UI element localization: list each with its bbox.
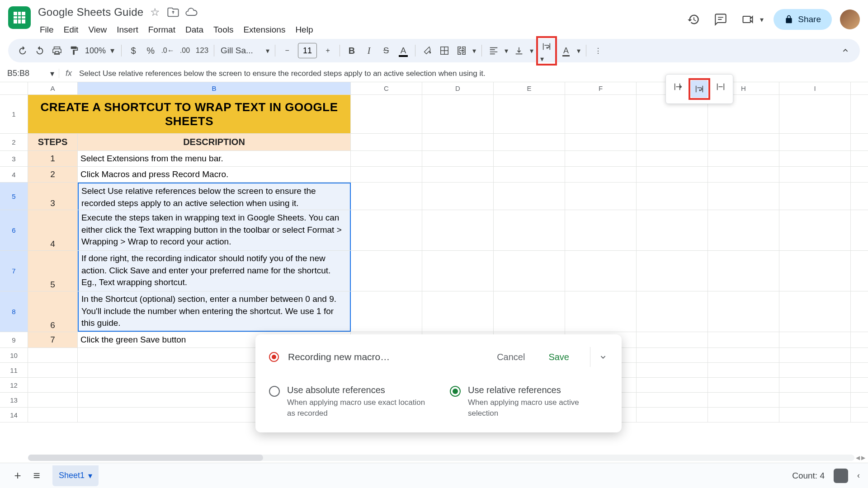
move-icon[interactable] [167,6,179,19]
text-wrap-button[interactable] [538,38,555,55]
cell[interactable] [422,95,494,133]
cell[interactable] [351,210,422,250]
cell[interactable] [565,291,637,332]
cell[interactable] [779,151,851,166]
selection-count[interactable]: Count: 4 [792,471,825,481]
cell[interactable] [637,167,708,182]
cell[interactable]: If done right, the recording indicator s… [78,251,351,291]
cell[interactable] [637,408,708,422]
all-sheets-button[interactable]: ≡ [27,466,46,485]
cell[interactable] [494,167,565,182]
row-header[interactable]: 6 [0,210,28,250]
cell[interactable] [28,408,78,422]
row-header[interactable]: 8 [0,291,28,332]
cell[interactable] [494,151,565,166]
cell[interactable] [708,151,779,166]
share-button[interactable]: Share [774,9,832,30]
cell[interactable] [351,151,422,166]
menu-format[interactable]: Format [144,22,180,38]
row-header[interactable]: 4 [0,167,28,182]
cloud-icon[interactable] [185,6,198,19]
cell[interactable] [422,167,494,182]
more-formats-button[interactable]: 123 [194,42,210,59]
cell[interactable]: Click Macros and press Record Macro. [78,167,351,182]
menu-insert[interactable]: Insert [112,22,143,38]
collapse-toolbar-button[interactable] [837,42,854,59]
scroll-arrows[interactable]: ◀ ▶ [856,455,865,461]
row-header[interactable]: 5 [0,183,28,210]
cell[interactable] [708,363,779,377]
cell[interactable] [779,363,851,377]
zoom-select[interactable]: 100%▾ [83,46,118,56]
cell[interactable]: DESCRIPTION [78,134,351,150]
cell[interactable] [351,134,422,150]
rotation-dropdown-icon[interactable]: ▾ [575,47,582,55]
cell[interactable] [28,348,78,362]
formula-input[interactable]: Select Use relative references below the… [78,69,868,78]
meet-dropdown-icon[interactable]: ▾ [758,15,765,24]
cell[interactable] [708,348,779,362]
cell[interactable] [779,393,851,407]
scrollbar-thumb[interactable] [28,455,263,461]
cell[interactable] [779,251,851,291]
cell[interactable]: CREATE A SHORTCUT TO WRAP TEXT IN GOOGLE… [28,95,351,133]
cell[interactable] [708,183,779,210]
print-button[interactable] [49,42,65,59]
cell[interactable]: STEPS [28,134,78,150]
text-color-button[interactable]: A [395,42,411,59]
sheet-tab[interactable]: Sheet1▾ [52,465,99,486]
cell[interactable]: Execute the steps taken in wrapping text… [78,210,351,250]
cell[interactable] [637,183,708,210]
row-header[interactable]: 14 [0,408,28,422]
cell[interactable] [351,291,422,332]
menu-edit[interactable]: Edit [59,22,83,38]
col-header-i[interactable]: I [779,82,851,94]
cell[interactable] [351,167,422,182]
cell[interactable] [422,134,494,150]
redo-button[interactable] [32,42,48,59]
row-header[interactable]: 1 [0,95,28,133]
row-header[interactable]: 9 [0,332,28,347]
undo-button[interactable] [14,42,31,59]
menu-file[interactable]: File [35,22,58,38]
merge-button[interactable] [453,42,470,59]
row-header[interactable]: 10 [0,348,28,362]
cell[interactable] [422,251,494,291]
row-header[interactable]: 11 [0,363,28,377]
font-size-input[interactable] [298,43,317,58]
cell[interactable] [494,183,565,210]
cell[interactable] [494,251,565,291]
cell[interactable] [708,251,779,291]
cell[interactable] [637,332,708,347]
bold-button[interactable]: B [344,42,360,59]
halign-button[interactable] [486,42,502,59]
valign-button[interactable] [511,42,527,59]
cell[interactable] [708,393,779,407]
decrease-font-button[interactable]: − [279,42,295,59]
cell[interactable] [637,134,708,150]
cell[interactable] [28,378,78,392]
chevron-down-icon[interactable]: ▾ [88,471,92,481]
menu-extensions[interactable]: Extensions [239,22,290,38]
cell[interactable] [494,291,565,332]
wrap-clip-option[interactable] [712,78,729,95]
name-box[interactable]: B5:B8▾ [0,69,59,79]
more-button[interactable]: ⋮ [590,42,606,59]
col-header-c[interactable]: C [351,82,422,94]
valign-dropdown-icon[interactable]: ▾ [528,47,535,55]
cell[interactable]: 2 [28,167,78,182]
cell[interactable] [422,210,494,250]
add-sheet-button[interactable]: + [8,466,27,485]
cell[interactable] [708,378,779,392]
cell[interactable] [565,151,637,166]
wrap-wrap-option[interactable] [691,80,708,98]
col-header-a[interactable]: A [28,82,78,94]
decrease-decimal-button[interactable]: .0← [160,42,176,59]
cell[interactable]: 3 [28,183,78,210]
paint-format-button[interactable] [66,42,82,59]
cell[interactable] [708,408,779,422]
cell[interactable]: 4 [28,210,78,250]
increase-decimal-button[interactable]: .00 [177,42,193,59]
cell[interactable] [708,167,779,182]
col-header-e[interactable]: E [494,82,565,94]
